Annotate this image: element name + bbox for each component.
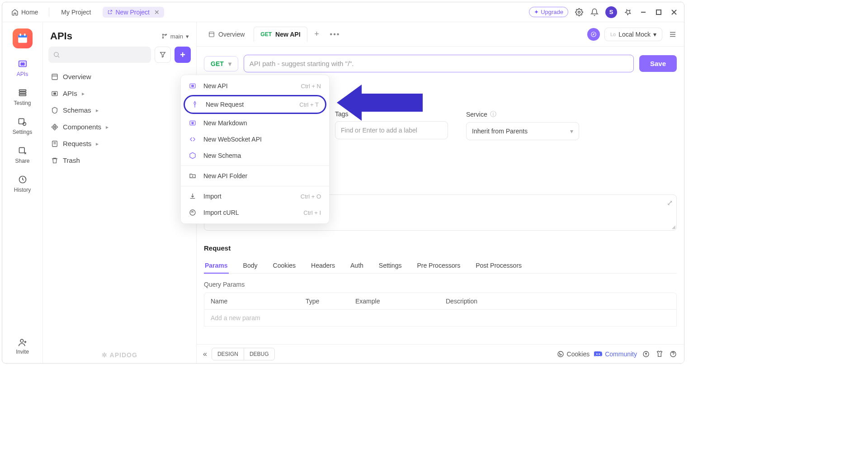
compass-icon <box>590 31 597 38</box>
more-tabs-icon[interactable]: ••• <box>326 30 344 38</box>
upgrade-button[interactable]: ✦ Upgrade <box>529 7 568 17</box>
brand-footer: ✲ APIDOG <box>43 351 196 359</box>
rail-item-share[interactable]: Share <box>15 145 29 164</box>
branch-selector[interactable]: main ▾ <box>161 33 189 40</box>
tree-schemas[interactable]: Schemas ▸ <box>47 103 193 118</box>
tree-trash[interactable]: Trash <box>47 153 193 168</box>
svg-marker-45 <box>337 85 423 121</box>
history-icon <box>17 174 28 185</box>
apis-icon: 96 <box>17 58 28 69</box>
tab-overview[interactable]: Overview <box>202 27 251 42</box>
run-button[interactable] <box>587 28 600 41</box>
req-tab-auth[interactable]: Auth <box>349 258 364 273</box>
query-params-title: Query Params <box>204 281 677 288</box>
window-close-icon[interactable] <box>670 8 679 17</box>
rail-item-apis[interactable]: 96 APIs <box>17 58 28 77</box>
method-label: GET <box>211 60 224 67</box>
request-tabs: Params Body Cookies Headers Auth Setting… <box>204 258 677 274</box>
home-button[interactable]: Home <box>8 7 42 18</box>
menu-new-schema[interactable]: New Schema <box>181 147 329 164</box>
titlebar-left: Home My Project New Project ✕ <box>8 7 164 18</box>
collapse-button[interactable]: « <box>203 350 207 358</box>
minimize-icon[interactable] <box>639 8 648 17</box>
menu-import-curl[interactable]: Import cURL Ctrl + I <box>181 204 329 221</box>
bell-icon[interactable] <box>590 8 599 17</box>
save-button[interactable]: Save <box>639 55 677 72</box>
community-link[interactable]: Community <box>594 350 637 358</box>
svg-point-18 <box>162 37 163 38</box>
help-icon[interactable] <box>669 350 678 359</box>
help-icon[interactable]: ⓘ <box>490 110 496 118</box>
req-tab-settings[interactable]: Settings <box>378 258 403 273</box>
gear-icon[interactable] <box>575 8 584 17</box>
req-tab-pre[interactable]: Pre Processors <box>416 258 461 273</box>
mode-debug[interactable]: DEBUG <box>244 348 274 360</box>
svg-rect-14 <box>19 147 24 153</box>
menu-new-request[interactable]: New Request Ctrl + T <box>184 95 326 114</box>
menu-new-markdown[interactable]: M New Markdown <box>181 115 329 131</box>
svg-point-17 <box>162 34 163 35</box>
query-params-header: Name Type Example Description <box>204 293 677 310</box>
svg-rect-2 <box>656 10 661 14</box>
req-tab-headers[interactable]: Headers <box>310 258 336 273</box>
menu-new-folder[interactable]: New API Folder <box>181 168 329 184</box>
req-tab-body[interactable]: Body <box>242 258 259 273</box>
rail-item-invite[interactable]: Invite <box>16 338 29 355</box>
rail-item-testing[interactable]: Testing <box>14 87 31 106</box>
tab-label: Overview <box>218 31 245 38</box>
rail-item-history[interactable]: History <box>14 174 31 193</box>
tree-components[interactable]: Components ▸ <box>47 119 193 134</box>
expand-icon[interactable]: ⤢ <box>667 199 673 207</box>
svg-text:96: 96 <box>191 85 194 87</box>
svg-point-36 <box>561 354 561 355</box>
titlebar: Home My Project New Project ✕ ✦ Upgrade … <box>2 2 684 22</box>
testing-icon <box>17 87 28 98</box>
menu-new-api[interactable]: 96 New API Ctrl + N <box>181 78 329 94</box>
pin-icon[interactable] <box>623 8 632 17</box>
components-icon <box>51 123 58 131</box>
avatar[interactable]: S <box>605 6 617 18</box>
menu-button[interactable] <box>667 28 679 40</box>
rail-item-settings[interactable]: Settings <box>13 116 32 135</box>
req-tab-params[interactable]: Params <box>204 258 229 274</box>
annotation-arrow <box>337 80 423 125</box>
service-select[interactable]: Inherit from Parents ▾ <box>466 122 579 140</box>
svg-point-34 <box>558 351 563 357</box>
trash-icon <box>51 157 58 164</box>
shirt-icon[interactable] <box>655 350 664 359</box>
svg-rect-5 <box>19 33 21 36</box>
websocket-icon <box>189 136 197 143</box>
req-tab-cookies[interactable]: Cookies <box>272 258 297 273</box>
tree-requests[interactable]: Requests ▸ <box>47 136 193 151</box>
svg-rect-6 <box>24 33 25 36</box>
close-icon[interactable]: ✕ <box>154 9 160 16</box>
tab-label: New Project <box>115 9 149 16</box>
resize-icon[interactable]: ◢ <box>672 224 675 229</box>
add-param-row[interactable]: Add a new param <box>204 310 677 327</box>
method-selector[interactable]: GET ▾ <box>204 56 238 71</box>
request-line: GET ▾ API path - suggest starting with "… <box>197 47 684 74</box>
chevron-down-icon: ▾ <box>653 31 656 38</box>
environment-selector[interactable]: Lo Local Mock ▾ <box>604 28 662 41</box>
tree-apis[interactable]: 96 APIs ▸ <box>47 86 193 101</box>
maximize-icon[interactable] <box>654 8 663 17</box>
menu-import[interactable]: Import Ctrl + O <box>181 188 329 204</box>
app-logo[interactable] <box>13 28 33 48</box>
tree-overview[interactable]: Overview <box>47 69 193 84</box>
url-input[interactable]: API path - suggest starting with "/". <box>244 55 634 72</box>
tab-new-api[interactable]: GET New API <box>254 27 307 42</box>
add-button[interactable]: + <box>175 47 191 63</box>
search-input[interactable] <box>48 47 151 63</box>
svg-point-16 <box>20 339 24 342</box>
add-tab-button[interactable]: + <box>310 28 324 41</box>
filter-button[interactable] <box>155 47 171 63</box>
tab-new-project[interactable]: New Project ✕ <box>103 7 164 18</box>
menu-new-websocket[interactable]: New WebSocket API <box>181 131 329 147</box>
mode-design[interactable]: DESIGN <box>212 348 244 360</box>
svg-text:96: 96 <box>20 62 24 66</box>
tab-my-project[interactable]: My Project <box>57 7 95 18</box>
req-tab-post[interactable]: Post Processors <box>475 258 523 273</box>
invite-icon <box>18 338 27 347</box>
cookies-link[interactable]: Cookies <box>557 350 590 358</box>
upload-icon[interactable] <box>642 350 651 359</box>
